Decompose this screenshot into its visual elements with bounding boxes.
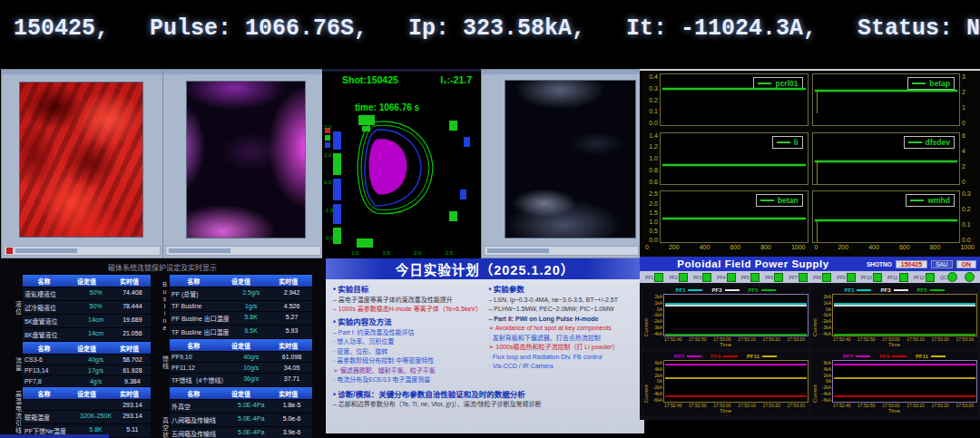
x-axis-label: Time [811,408,977,415]
axis-tick: 0A [826,307,831,312]
summary-plot: 0.30.20.10.0 wmhd 02004006008001000 [812,190,978,255]
plot-area [832,294,977,336]
axis-tick: 17:53:30 [956,403,973,408]
summary-plot: 3210 betap 02004006008001000 [812,73,978,131]
cell-name: 联箱温度 [23,411,77,423]
axis-tick: 600 [730,244,740,250]
cell-setpoint: 1g/s [230,301,271,311]
axis-tick: -2kA [653,318,662,324]
axis-tick: 1kA [654,300,662,306]
pf-chart: PF1 PF3 PF5 Current [642,286,808,349]
legend-item: PF9 [710,354,738,359]
plan-item: • 实验目标 [333,284,482,296]
axis-tick: 0.0 [324,180,333,185]
plot-area: li [660,132,808,185]
col-header: 名称 [23,275,65,287]
axis-tick: 17:52:40 [833,403,850,408]
horizontal-scrollbar[interactable] [165,246,321,256]
plan-item: · Flux loop and Radiation Div. FB contro… [489,353,638,363]
plan-item: ➢ 1000s稳态热和粒子流控制（打 Li powder） [489,343,638,353]
axis-tick: 3 [962,73,965,80]
legend-item: PF9 [879,354,906,359]
legend-item: PF7 [843,354,870,359]
cell-name: TF馈线（4个馈线） [170,374,230,386]
horizontal-scrollbar[interactable] [4,246,161,256]
legend-item: PF5 [917,287,945,293]
status-light-icon [774,273,783,282]
plot-legend: dfsdev [904,136,955,149]
legend-line-swatch [758,83,771,84]
plot-y-ticks: 3210 [960,73,977,126]
cell-realtime: 61.098 [271,352,312,362]
legend-line-swatch [857,289,871,291]
table-row: PF9,10 40g/s 61.098 [170,351,312,362]
table-right-column: Busline 名称 设定值 实时值 PF (总管) [160,275,312,438]
axis-tick: 0.0 [649,120,658,126]
plot-y-ticks: 0.40.30.20.10.0 [642,73,660,126]
legend-line-swatch [688,289,702,291]
cell-setpoint: 40g/s [230,352,271,362]
scrollbar-thumb[interactable] [487,248,549,253]
axis-tick: 4kA [654,366,662,372]
axis-tick: 17:53:20 [762,403,779,408]
table-row: 液氦槽液位 50% 74.408 [23,287,151,300]
x-axis-label: Time [642,342,808,349]
divertor-camera-image [505,80,636,238]
cell-name: 5K盘管液位 [23,315,77,327]
cell-setpoint: 14cm [77,328,113,341]
plan-item: – Part I: 约束改善及性能评估 [333,328,482,338]
col-header: 名称 [23,342,65,354]
cell-realtime: 4.526 [271,301,312,311]
axis-tick: 1000 [791,244,806,250]
pf-mode-badge[interactable]: SAU [931,260,952,268]
pf-on-badge[interactable]: ON [956,260,977,268]
plot-area: pcrl01 [660,73,808,126]
pf-y-ticks: 2kA1kA0A-1kA-2kA-3kA-4kA [818,294,832,336]
data-spike [817,219,818,242]
axis-tick: 0.5 [649,228,658,234]
plot-legend: betap [907,77,955,90]
pf-title: Poloidal Field Power Supply [643,258,863,269]
axis-tick: 600 [899,244,910,250]
data-line [815,219,958,221]
axis-tick: 0A [657,307,662,312]
axis-tick: 2.0 [414,250,421,256]
axis-tick: 2.0 [649,200,658,207]
horizontal-scrollbar[interactable] [484,246,639,256]
plan-left-column: • 实验目标– 高电子温度等离子体约束改善及性能提升– 1000s 高参数稳态H… [333,282,482,385]
cell-name: PF (总管) [170,287,230,300]
table-row: 过冷箱液位 50% 78.444 [23,300,151,314]
status-light-icon [947,272,957,282]
table-row: PF Busline 出口温度 5.8K 5.27 [170,311,312,325]
cell-name: 8K盘管液位 [23,328,77,341]
cell-setpoint: 2.5g/s [230,287,271,300]
axis-tick: 0.4 [649,73,658,80]
taskbar-fragment [0,434,109,438]
window-titlebar[interactable] [482,70,641,74]
scrollbar-thumb[interactable] [15,248,77,253]
axis-tick: 2kA [823,294,831,299]
cell-name: TF Busline [170,301,230,311]
table-group: Busline 名称 设定值 实时值 PF (总管) [160,275,312,338]
status-light-icon [654,273,663,282]
axis-tick: 17:52:50 [689,336,706,342]
legend-item: PF3 [880,287,907,293]
window-titlebar[interactable] [2,70,162,74]
cell-realtime: 21.056 [114,328,151,341]
table-row: 8K盘管液位 14cm 21.056 [23,327,151,341]
axis-tick: 0.1 [649,108,658,114]
axis-tick: 17:53:30 [956,336,973,342]
data-line [815,90,958,92]
plot-legend: wmhd [906,194,955,207]
scrollbar-thumb[interactable] [169,248,230,253]
window-titlebar[interactable] [163,70,323,74]
cell-setpoint: 5.0E-4Pa [230,400,271,413]
axis-tick: 200 [838,244,848,250]
cell-name: 过冷箱液位 [23,301,77,314]
efit-equilibrium-panel: Shot:150425 I₁:-21.7 time: 1066.76 s 2.0… [322,69,481,259]
axis-tick: 0.1 [962,221,971,228]
data-line [834,334,975,336]
data-line [665,377,807,379]
axis-tick: 1.2 [649,143,658,150]
axis-tick: 17:52:40 [664,336,681,342]
